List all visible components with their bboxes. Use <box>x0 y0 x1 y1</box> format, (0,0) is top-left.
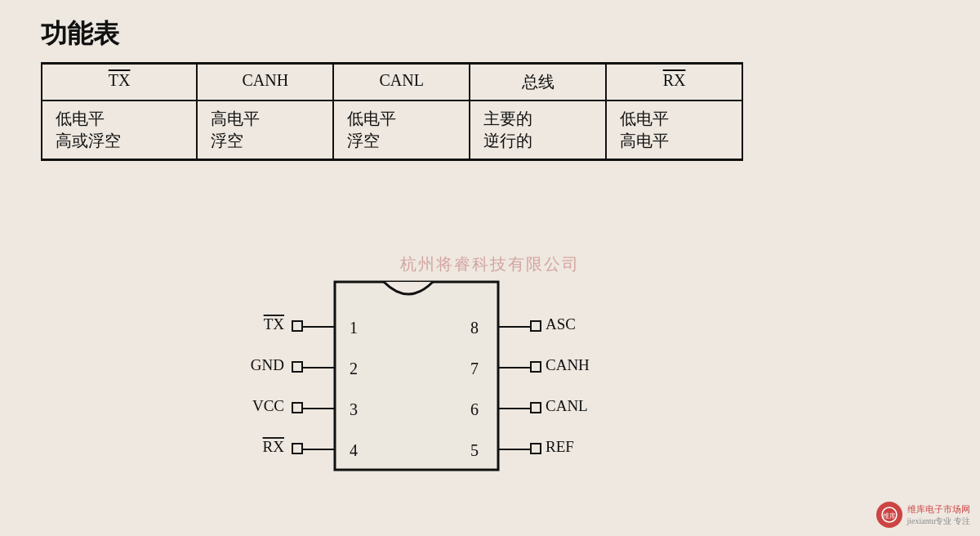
pin-num-1: 1 <box>350 319 358 337</box>
cell-canl-val: 低电平浮空 <box>333 100 470 160</box>
logo-site: 维库电子市场网 <box>907 503 971 516</box>
svg-text:维库: 维库 <box>883 512 896 520</box>
pin-box-4 <box>292 444 302 453</box>
ic-diagram: 1 2 3 4 8 7 6 5 <box>163 253 686 490</box>
pin-num-4: 4 <box>350 441 358 459</box>
logo-url: jiexiantu专业 专注 <box>907 516 971 527</box>
pin-box-8 <box>531 321 541 331</box>
page-container: 功能表 TX CANH CANL 总线 RX 低电平高或浮空 高电平浮空 低电平… <box>0 0 980 536</box>
logo-icon: 维库 <box>876 502 902 528</box>
cell-tx-val: 低电平高或浮空 <box>42 100 197 160</box>
logo-area: 维库 维库电子市场网 jiexiantu专业 专注 <box>876 502 971 528</box>
pin-box-3 <box>292 403 302 413</box>
pin-label-vcc: VCC <box>252 397 284 414</box>
logo-text-block: 维库电子市场网 jiexiantu专业 专注 <box>907 503 971 527</box>
pin-num-8: 8 <box>470 319 479 337</box>
col-header-tx: TX <box>42 64 197 101</box>
pin-label-ref: REF <box>546 438 574 455</box>
cell-bus-val: 主要的逆行的 <box>470 100 606 160</box>
col-header-bus: 总线 <box>470 64 606 101</box>
pin-label-canl: CANL <box>546 397 588 414</box>
pin-num-7: 7 <box>470 360 479 377</box>
cell-canh-val: 高电平浮空 <box>197 100 333 160</box>
pin-label-tx: TX <box>264 315 285 333</box>
cell-rx-val: 低电平高电平 <box>606 100 742 160</box>
logo-svg: 维库 <box>881 507 898 523</box>
pin-box-1 <box>292 321 302 331</box>
pin-box-5 <box>531 444 541 453</box>
pin-num-6: 6 <box>470 400 479 418</box>
pin-num-3: 3 <box>350 400 358 418</box>
pin-label-gnd: GND <box>251 356 284 373</box>
pin-label-canh: CANH <box>546 356 590 373</box>
pin-label-asc: ASC <box>546 315 576 333</box>
col-header-rx: RX <box>606 64 742 101</box>
page-title: 功能表 <box>41 16 947 52</box>
ic-svg: 1 2 3 4 8 7 6 5 <box>163 253 686 490</box>
pin-box-2 <box>292 362 302 372</box>
pin-num-5: 5 <box>470 441 479 459</box>
col-header-canh: CANH <box>197 64 333 101</box>
col-header-canl: CANL <box>333 64 470 101</box>
pin-num-2: 2 <box>350 360 358 377</box>
pin-box-7 <box>531 362 541 372</box>
function-table: TX CANH CANL 总线 RX 低电平高或浮空 高电平浮空 低电平浮空 主… <box>41 62 743 161</box>
pin-box-6 <box>531 403 541 413</box>
pin-label-rx: RX <box>263 438 285 455</box>
